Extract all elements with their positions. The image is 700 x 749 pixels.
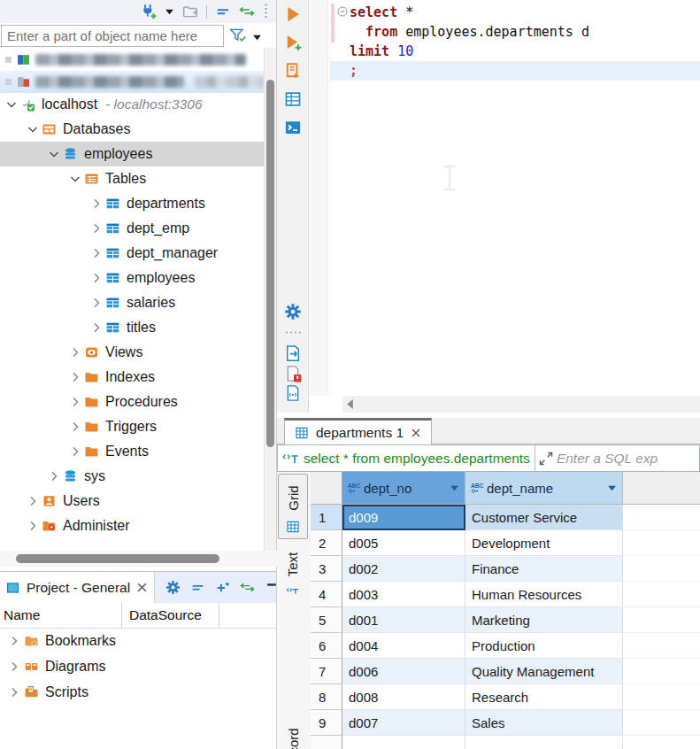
chevron-right-icon[interactable] [88, 197, 104, 211]
row-number[interactable]: 1 [311, 505, 342, 530]
chevron-right-icon[interactable] [88, 271, 104, 285]
filter-dropdown-icon[interactable] [252, 34, 262, 42]
tree-item-users[interactable]: Users [0, 489, 265, 513]
navigator-vertical-scrollbar[interactable] [264, 48, 276, 551]
tree-item-employees[interactable]: employees [0, 266, 265, 290]
code-line[interactable]: from employees.departments d [330, 22, 700, 42]
tree-item-triggers[interactable]: Triggers [0, 414, 265, 439]
column-header-datasource[interactable]: DataSource [122, 607, 219, 623]
settings-gear-button[interactable] [165, 580, 181, 595]
chevron-right-icon[interactable] [67, 420, 83, 434]
column-header-dept_no[interactable]: ABCdept_no [342, 472, 465, 504]
tree-item-administer[interactable]: Administer [0, 513, 265, 538]
new-connection-folder-button[interactable] [182, 4, 198, 19]
row-number[interactable]: 9 [311, 710, 342, 736]
chevron-right-icon[interactable] [88, 296, 104, 310]
tree-item-sys[interactable]: sys [0, 464, 265, 489]
tree-item-dept-emp[interactable]: dept_emp [0, 216, 265, 241]
dropdown-arrow-button[interactable] [165, 8, 174, 16]
sql-terminal-button[interactable] [284, 119, 302, 136]
results-tab-departments[interactable]: departments 1 [284, 418, 432, 444]
chevron-placeholder[interactable] [5, 57, 12, 63]
chevron-right-icon[interactable] [25, 519, 41, 533]
link-with-editor-button[interactable] [239, 4, 255, 19]
new-connection-button[interactable] [141, 4, 157, 19]
code-line[interactable]: select * [330, 3, 700, 22]
connection-item-redacted[interactable] [0, 49, 264, 71]
row-number[interactable]: 5 [311, 607, 342, 633]
chevron-down-icon[interactable] [4, 97, 19, 112]
close-icon[interactable] [411, 428, 421, 438]
link-with-editor-button[interactable] [240, 580, 255, 595]
execute-script-button[interactable] [284, 62, 302, 80]
chevron-right-icon[interactable] [6, 685, 22, 699]
tree-item-views[interactable]: Views [0, 340, 265, 365]
cell-dept-no[interactable]: d001 [342, 607, 465, 633]
tree-item-procedures[interactable]: Procedures [0, 390, 265, 414]
chevron-down-icon[interactable] [67, 172, 83, 186]
presentation-tab-grid[interactable]: Grid [278, 474, 308, 539]
column-header-name[interactable]: Name [0, 607, 121, 623]
chevron-right-icon[interactable] [67, 345, 83, 359]
cell-dept-no[interactable]: d002 [342, 556, 465, 582]
scroll-left-icon[interactable] [346, 399, 354, 409]
sql-code[interactable]: select * from employees.departments dlim… [330, 3, 700, 81]
cell-dept-name[interactable]: Customer Service [465, 505, 623, 530]
close-icon[interactable] [136, 582, 148, 593]
cell-dept-name[interactable]: Research [465, 684, 623, 710]
tree-item-employees[interactable]: employees [0, 142, 265, 166]
chevron-right-icon[interactable] [67, 370, 83, 384]
grid-row-8[interactable]: 8d008Research [311, 684, 700, 710]
project-item-scripts[interactable]: Scripts [0, 679, 276, 705]
tree-item-departments[interactable]: departments [0, 191, 265, 216]
chevron-right-icon[interactable] [88, 221, 104, 236]
tree-item-titles[interactable]: titles [0, 315, 265, 340]
settings-gear-button[interactable] [284, 303, 302, 320]
cell-dept-name[interactable]: Quality Management [465, 659, 623, 684]
cell-dept-no[interactable]: d009 [342, 505, 465, 530]
scrollbar-thumb[interactable] [266, 80, 274, 447]
tree-item-localhost[interactable]: localhost- localhost:3306 [0, 92, 265, 117]
cell-dept-name[interactable]: Marketing [465, 607, 623, 633]
file-braces-button[interactable] [284, 384, 302, 402]
row-number-header[interactable] [311, 472, 342, 504]
chevron-right-icon[interactable] [46, 469, 62, 483]
code-line[interactable]: ; [330, 61, 700, 81]
cell-dept-name[interactable]: Production [465, 633, 623, 659]
chevron-right-icon[interactable] [6, 660, 22, 674]
column-header-dept_name[interactable]: ABCdept_name [465, 472, 623, 504]
execute-statement-button[interactable] [284, 5, 302, 23]
tree-item-dept-manager[interactable]: dept_manager [0, 241, 265, 266]
column-divider[interactable] [219, 603, 219, 628]
chevron-down-icon[interactable] [46, 147, 62, 161]
cell-dept-name[interactable]: Human Resources [465, 582, 623, 607]
filter-query-text[interactable]: select * from employees.departments [304, 451, 530, 467]
tree-item-tables[interactable]: Tables [0, 166, 265, 191]
grid-row-2[interactable]: 2d005Development [311, 530, 700, 556]
chevron-right-icon[interactable] [67, 395, 83, 409]
row-number[interactable]: 3 [311, 556, 342, 582]
presentation-tab-record[interactable]: Record [278, 700, 308, 749]
row-number[interactable]: 7 [311, 659, 342, 684]
tree-item-events[interactable]: Events [0, 439, 265, 464]
cell-dept-name[interactable]: Finance [465, 556, 623, 582]
project-tab[interactable]: Project - General [0, 572, 155, 603]
chevron-down-icon[interactable] [25, 122, 41, 136]
grid-row-5[interactable]: 5d001Marketing [311, 607, 700, 633]
cell-dept-no[interactable]: d004 [342, 633, 465, 659]
cell-dept-name[interactable]: Sales [465, 710, 623, 736]
file-error-button[interactable] [284, 365, 302, 382]
cell-dept-no[interactable]: d008 [342, 684, 465, 710]
grid-row-9[interactable]: 9d007Sales [311, 710, 700, 736]
chevron-right-icon[interactable] [88, 320, 104, 335]
grid-row-7[interactable]: 7d006Quality Management [311, 659, 700, 684]
tree-item-databases[interactable]: Databases [0, 117, 265, 142]
row-number[interactable]: 2 [311, 530, 342, 556]
collapse-all-button[interactable] [190, 580, 205, 595]
collapse-all-button[interactable] [215, 4, 231, 19]
chevron-right-icon[interactable] [25, 494, 41, 508]
expand-all-button[interactable] [215, 580, 230, 595]
grid-row-6[interactable]: 6d004Production [311, 633, 700, 659]
row-number[interactable]: 4 [311, 582, 342, 607]
row-number[interactable]: 8 [311, 684, 342, 710]
